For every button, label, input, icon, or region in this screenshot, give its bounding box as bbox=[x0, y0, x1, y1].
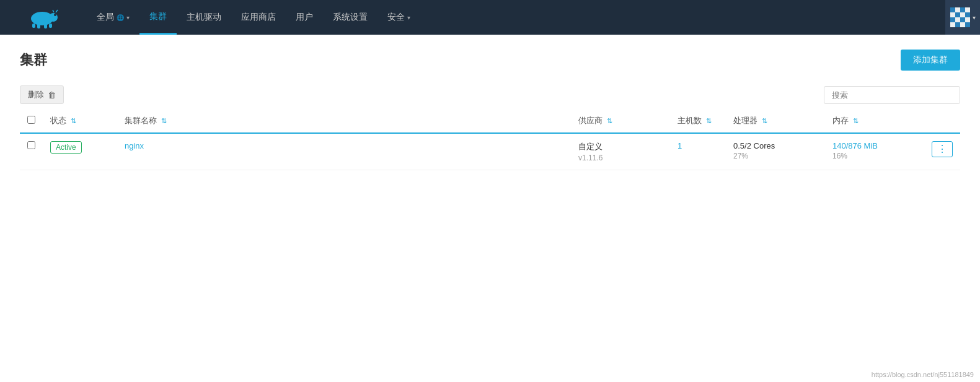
avatar-chevron-icon: ▾ bbox=[973, 14, 976, 21]
globe-icon: 🌐 bbox=[117, 14, 124, 21]
table-row: Active nginx 自定义 v1.11.6 1 0.5/2 Cores 2… bbox=[20, 133, 960, 170]
search-wrap bbox=[824, 86, 960, 104]
status-sort-icon: ⇅ bbox=[71, 117, 76, 124]
th-memory[interactable]: 内存 ⇅ bbox=[825, 109, 924, 133]
cpu-usage: 0.5/2 Cores bbox=[733, 141, 818, 150]
logo-icon bbox=[19, 6, 68, 28]
main-content: 集群 添加集群 删除 🗑 状态 ⇅ 集群名称 ⇅ bbox=[0, 35, 980, 382]
row-actions-button[interactable]: ⋮ bbox=[932, 141, 953, 157]
cpu-percent: 27% bbox=[733, 152, 818, 160]
mem-usage: 140/876 MiB bbox=[832, 141, 917, 150]
select-all-checkbox[interactable] bbox=[27, 116, 35, 124]
nav-security[interactable]: 安全 ▾ bbox=[377, 0, 420, 35]
th-hosts[interactable]: 主机数 ⇅ bbox=[670, 109, 726, 133]
host-count[interactable]: 1 bbox=[678, 141, 682, 150]
hosts-sort-icon: ⇅ bbox=[706, 117, 712, 124]
footer-url: https://blog.csdn.net/nj551181849 bbox=[872, 371, 974, 378]
avatar-button[interactable]: ▾ bbox=[945, 0, 980, 35]
add-cluster-button[interactable]: 添加集群 bbox=[901, 50, 960, 71]
row-status-cell: Active bbox=[43, 133, 117, 170]
nav-items: 集群 主机驱动 应用商店 用户 系统设置 安全 ▾ bbox=[139, 0, 945, 35]
row-mem-cell: 140/876 MiB 16% bbox=[825, 133, 924, 170]
nav-users[interactable]: 用户 bbox=[286, 0, 323, 35]
trash-icon: 🗑 bbox=[48, 90, 56, 100]
nav-global[interactable]: 全局 🌐 ▾ bbox=[87, 0, 139, 35]
memory-sort-icon: ⇅ bbox=[853, 117, 859, 124]
name-sort-icon: ⇅ bbox=[161, 117, 167, 124]
nav-settings[interactable]: 系统设置 bbox=[323, 0, 377, 35]
delete-button[interactable]: 删除 🗑 bbox=[20, 85, 64, 104]
mem-percent: 16% bbox=[832, 152, 917, 160]
svg-rect-2 bbox=[37, 24, 40, 28]
svg-point-5 bbox=[49, 13, 58, 22]
th-name[interactable]: 集群名称 ⇅ bbox=[117, 109, 571, 133]
table-head: 状态 ⇅ 集群名称 ⇅ 供应商 ⇅ 主机数 ⇅ 处理器 ⇅ bbox=[20, 109, 960, 133]
page-title: 集群 bbox=[20, 51, 47, 69]
row-name-cell: nginx bbox=[117, 133, 571, 170]
row-cpu-cell: 0.5/2 Cores 27% bbox=[726, 133, 825, 170]
cpu-sort-icon: ⇅ bbox=[762, 117, 767, 124]
vendor-sort-icon: ⇅ bbox=[607, 117, 612, 124]
vendor-version: v1.11.6 bbox=[578, 154, 663, 162]
page-header: 集群 添加集群 bbox=[20, 50, 960, 71]
row-checkbox[interactable] bbox=[27, 141, 35, 149]
topnav: 全局 🌐 ▾ 集群 主机驱动 应用商店 用户 系统设置 安全 ▾ bbox=[0, 0, 980, 35]
th-actions bbox=[924, 109, 960, 133]
nav-host-driver[interactable]: 主机驱动 bbox=[177, 0, 231, 35]
topnav-right: ▾ bbox=[945, 0, 980, 35]
vendor-name: 自定义 bbox=[578, 141, 663, 152]
svg-point-6 bbox=[54, 14, 56, 16]
global-chevron-icon: ▾ bbox=[126, 14, 130, 21]
clusters-table: 状态 ⇅ 集群名称 ⇅ 供应商 ⇅ 主机数 ⇅ 处理器 ⇅ bbox=[20, 109, 960, 170]
svg-rect-3 bbox=[44, 24, 47, 28]
row-actions-cell: ⋮ bbox=[924, 133, 960, 170]
svg-rect-4 bbox=[49, 24, 52, 28]
table-body: Active nginx 自定义 v1.11.6 1 0.5/2 Cores 2… bbox=[20, 133, 960, 170]
nav-cluster[interactable]: 集群 bbox=[139, 0, 177, 35]
row-hosts-cell: 1 bbox=[670, 133, 726, 170]
nav-app-store[interactable]: 应用商店 bbox=[231, 0, 286, 35]
status-badge: Active bbox=[50, 141, 82, 154]
svg-rect-1 bbox=[32, 24, 35, 28]
security-chevron-icon: ▾ bbox=[407, 14, 410, 21]
th-vendor[interactable]: 供应商 ⇅ bbox=[571, 109, 670, 133]
row-checkbox-cell bbox=[20, 133, 43, 170]
avatar-chess bbox=[950, 7, 970, 27]
th-status[interactable]: 状态 ⇅ bbox=[43, 109, 117, 133]
search-input[interactable] bbox=[824, 86, 960, 104]
logo-area bbox=[0, 0, 87, 35]
toolbar: 删除 🗑 bbox=[20, 85, 960, 104]
th-cpu[interactable]: 处理器 ⇅ bbox=[726, 109, 825, 133]
th-select-all bbox=[20, 109, 43, 133]
row-vendor-cell: 自定义 v1.11.6 bbox=[571, 133, 670, 170]
cluster-name-link[interactable]: nginx bbox=[125, 141, 144, 150]
